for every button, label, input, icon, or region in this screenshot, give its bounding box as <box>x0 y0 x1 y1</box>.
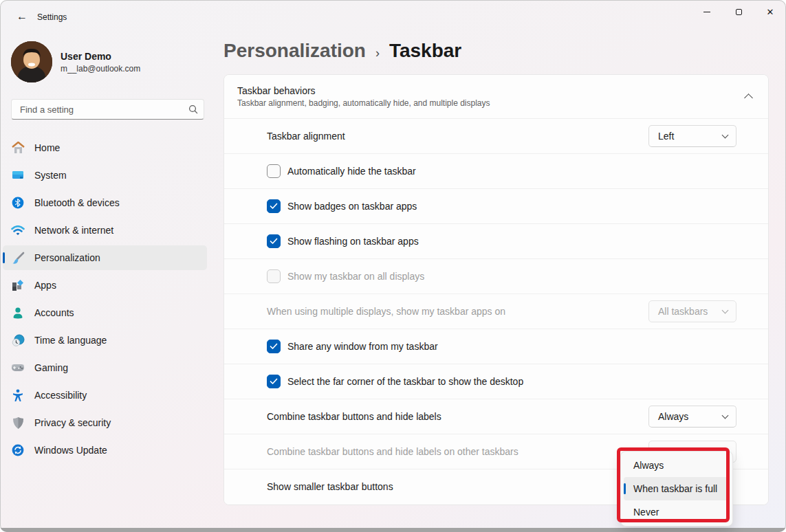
gaming-icon <box>11 361 25 375</box>
expander-subtitle: Taskbar alignment, badging, automaticall… <box>237 98 745 108</box>
maximize-icon <box>736 9 742 15</box>
sidebar-item-home[interactable]: Home <box>3 135 207 160</box>
row-combine-buttons: Combine taskbar buttons and hide labels … <box>224 399 768 434</box>
sidebar-nav: Home System Bluetooth & devices Network … <box>3 135 207 465</box>
sidebar-item-label: Network & internet <box>34 225 113 236</box>
chevron-up-icon <box>744 94 753 103</box>
taskbar-alignment-dropdown[interactable]: Left <box>648 125 736 147</box>
app-title: Settings <box>37 12 67 22</box>
setting-label: When using multiple displays, show my ta… <box>267 306 648 317</box>
row-share-window: Share any window from my taskbar <box>224 329 768 364</box>
privacy-icon <box>11 416 25 430</box>
window-bottom-edge <box>0 528 786 532</box>
close-button[interactable]: ✕ <box>754 0 786 23</box>
auto-hide-checkbox[interactable] <box>267 164 281 178</box>
time-language-icon <box>11 333 25 347</box>
taskbar-behaviors-expander[interactable]: Taskbar behaviors Taskbar alignment, bad… <box>224 75 768 119</box>
setting-label: Combine taskbar buttons and hide labels <box>267 411 648 422</box>
profile-name: User Demo <box>61 51 140 62</box>
sidebar-item-label: System <box>34 170 67 181</box>
sidebar-item-apps[interactable]: Apps <box>3 273 207 298</box>
row-far-corner: Select the far corner of the taskbar to … <box>224 364 768 399</box>
bluetooth-icon <box>11 196 25 210</box>
titlebar: ← Settings ✕ <box>0 0 786 33</box>
setting-label: Show badges on taskbar apps <box>287 201 736 212</box>
search-icon[interactable] <box>183 104 204 114</box>
setting-label: Automatically hide the taskbar <box>287 166 736 177</box>
sidebar-item-windows-update[interactable]: Windows Update <box>3 438 207 463</box>
show-badges-checkbox[interactable] <box>267 199 281 213</box>
sidebar-item-bluetooth[interactable]: Bluetooth & devices <box>3 190 207 215</box>
user-profile[interactable]: User Demo m__lab@outlook.com <box>11 41 140 82</box>
row-taskbar-alignment: Taskbar alignment Left <box>224 119 768 154</box>
setting-label: Show flashing on taskbar apps <box>287 236 736 247</box>
sidebar-item-label: Home <box>34 142 60 153</box>
sidebar-item-label: Bluetooth & devices <box>34 197 120 208</box>
sidebar-item-accounts[interactable]: Accounts <box>3 300 207 325</box>
chevron-down-icon <box>722 131 729 138</box>
setting-label: Show my taskbar on all displays <box>287 271 736 282</box>
sidebar-item-personalization[interactable]: Personalization <box>3 245 207 270</box>
minimize-icon <box>703 12 710 12</box>
breadcrumb-personalization[interactable]: Personalization <box>223 40 366 62</box>
sidebar-item-network[interactable]: Network & internet <box>3 218 207 243</box>
breadcrumb-separator: › <box>375 46 380 60</box>
page-title: Taskbar <box>389 40 461 62</box>
apps-icon <box>11 278 25 292</box>
close-icon: ✕ <box>767 8 774 16</box>
home-icon <box>11 141 25 155</box>
personalization-icon <box>11 251 25 265</box>
sidebar-item-label: Windows Update <box>34 445 107 456</box>
flyout-option-always[interactable]: Always <box>624 454 730 477</box>
dropdown-value: All taskbars <box>658 306 723 317</box>
taskbar-all-displays-checkbox <box>267 269 281 283</box>
system-icon <box>11 168 25 182</box>
dropdown-value: Left <box>658 131 723 142</box>
sidebar-item-gaming[interactable]: Gaming <box>3 355 207 380</box>
sidebar-item-time-language[interactable]: Time & language <box>3 328 207 353</box>
search-input[interactable] <box>12 104 183 115</box>
row-multiple-displays: When using multiple displays, show my ta… <box>224 294 768 329</box>
sidebar-item-label: Gaming <box>34 362 68 373</box>
far-corner-checkbox[interactable] <box>267 375 281 388</box>
sidebar-item-label: Time & language <box>34 335 107 346</box>
smaller-buttons-flyout: Always When taskbar is full Never <box>620 451 733 527</box>
taskbar-behaviors-card: Taskbar behaviors Taskbar alignment, bad… <box>223 74 769 505</box>
sidebar-item-label: Accessibility <box>34 390 87 401</box>
breadcrumb: Personalization › Taskbar <box>223 40 461 62</box>
dropdown-value: Always <box>658 411 723 422</box>
sidebar-item-label: Personalization <box>34 252 100 263</box>
accounts-icon <box>11 306 25 320</box>
chevron-down-icon <box>722 412 729 419</box>
settings-window: ← Settings ✕ User Demo m__lab@ <box>0 0 786 532</box>
multiple-displays-dropdown: All taskbars <box>648 300 736 322</box>
back-button[interactable]: ← <box>11 7 33 26</box>
network-icon <box>11 223 25 237</box>
profile-email: m__lab@outlook.com <box>61 64 140 74</box>
expander-title: Taskbar behaviors <box>237 85 745 96</box>
sidebar-item-system[interactable]: System <box>3 163 207 188</box>
windows-update-icon <box>11 443 25 457</box>
combine-buttons-dropdown[interactable]: Always <box>648 406 736 428</box>
sidebar-item-accessibility[interactable]: Accessibility <box>3 383 207 408</box>
setting-label: Taskbar alignment <box>267 131 648 142</box>
setting-label: Share any window from my taskbar <box>287 341 736 352</box>
row-show-badges: Show badges on taskbar apps <box>224 189 768 224</box>
search-box <box>11 99 204 120</box>
avatar <box>11 41 52 82</box>
flyout-option-never[interactable]: Never <box>624 500 730 524</box>
sidebar-item-label: Privacy & security <box>34 417 111 428</box>
minimize-button[interactable] <box>691 0 723 23</box>
maximize-button[interactable] <box>723 0 754 23</box>
chevron-down-icon <box>722 307 729 313</box>
sidebar-item-privacy[interactable]: Privacy & security <box>3 410 207 435</box>
row-show-flashing: Show flashing on taskbar apps <box>224 224 768 259</box>
row-auto-hide: Automatically hide the taskbar <box>224 154 768 189</box>
sidebar: User Demo m__lab@outlook.com Home System… <box>0 33 217 532</box>
accessibility-icon <box>11 388 25 402</box>
sidebar-item-label: Apps <box>34 280 56 291</box>
show-flashing-checkbox[interactable] <box>267 234 281 248</box>
flyout-option-when-taskbar-is-full[interactable]: When taskbar is full <box>624 477 730 500</box>
share-window-checkbox[interactable] <box>267 340 281 353</box>
setting-label: Select the far corner of the taskbar to … <box>287 376 736 387</box>
